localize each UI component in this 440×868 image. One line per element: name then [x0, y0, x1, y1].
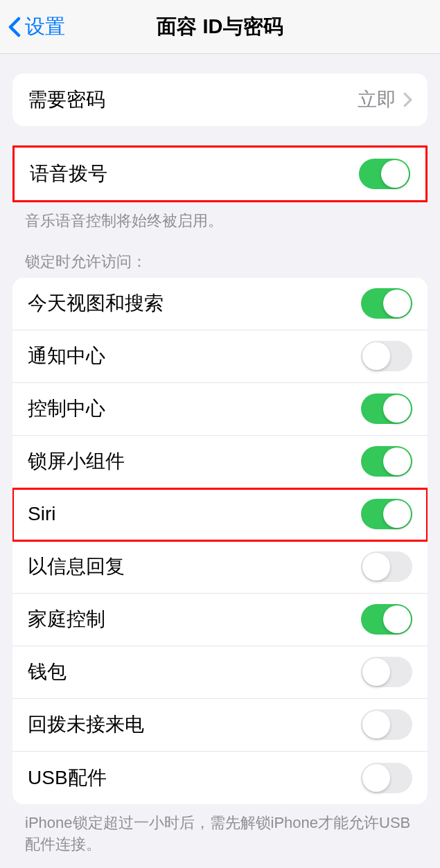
require-passcode-section: 需要密码 立即 [12, 73, 428, 126]
require-passcode-row[interactable]: 需要密码 立即 [12, 73, 428, 126]
toggle-knob [362, 764, 390, 792]
lock-item-row: USB配件 [12, 752, 428, 804]
toggle-knob [383, 605, 411, 633]
lock-item-row: 通知中心 [12, 330, 428, 383]
lock-section-footer: iPhone锁定超过一小时后，需先解锁iPhone才能允许USB配件连接。 [0, 804, 440, 856]
back-label: 设置 [25, 13, 65, 41]
back-button[interactable]: 设置 [0, 13, 65, 41]
lock-item-toggle[interactable] [361, 763, 412, 793]
lock-item-label: 控制中心 [28, 396, 105, 422]
lock-item-toggle[interactable] [361, 604, 412, 635]
lock-item-row: 回拨未接来电 [12, 699, 428, 752]
toggle-knob [362, 658, 390, 686]
page-title: 面容 ID与密码 [157, 13, 283, 41]
require-passcode-value: 立即 [358, 87, 396, 113]
lock-item-row: Siri [12, 488, 428, 541]
lock-item-label: 以信息回复 [28, 553, 125, 580]
toggle-knob [362, 711, 390, 738]
voice-dial-label: 语音拨号 [30, 161, 107, 187]
chevron-left-icon [8, 17, 21, 37]
lock-item-toggle[interactable] [361, 709, 412, 740]
navbar: 设置 面容 ID与密码 [0, 0, 440, 54]
lock-item-row: 锁屏小组件 [12, 436, 428, 488]
lock-item-row: 控制中心 [12, 383, 428, 436]
content: 需要密码 立即 语音拨号 音乐语音控制将始终被启用。 锁定时允许访问： 今天视图… [0, 73, 440, 855]
lock-item-row: 以信息回复 [12, 541, 428, 594]
toggle-knob [362, 553, 390, 581]
lock-item-row: 家庭控制 [12, 594, 428, 646]
toggle-knob [362, 342, 390, 370]
toggle-knob [381, 160, 409, 188]
toggle-knob [383, 500, 411, 528]
lock-item-label: 家庭控制 [28, 606, 105, 632]
voice-dial-section: 语音拨号 [12, 145, 428, 202]
lock-item-row: 今天视图和搜索 [12, 278, 428, 330]
lock-item-label: 钱包 [28, 659, 67, 685]
lock-item-label: 通知中心 [28, 343, 105, 369]
toggle-knob [383, 290, 411, 317]
lock-item-label: 今天视图和搜索 [28, 290, 164, 317]
lock-item-label: Siri [28, 503, 55, 525]
lock-item-label: USB配件 [28, 765, 107, 791]
lock-item-toggle[interactable] [361, 657, 412, 687]
lock-section-header: 锁定时允许访问： [0, 232, 440, 278]
lock-item-toggle[interactable] [361, 341, 412, 371]
voice-dial-row: 语音拨号 [15, 148, 425, 200]
lock-item-row: 钱包 [12, 646, 428, 699]
lock-item-label: 锁屏小组件 [28, 448, 125, 475]
toggle-knob [383, 448, 411, 475]
require-passcode-label: 需要密码 [28, 87, 105, 113]
chevron-right-icon [403, 92, 412, 107]
lock-item-toggle[interactable] [361, 288, 412, 319]
row-value-wrap: 立即 [358, 87, 412, 113]
toggle-knob [383, 395, 411, 423]
voice-dial-toggle[interactable] [359, 159, 410, 189]
lock-item-toggle[interactable] [361, 446, 412, 477]
lock-item-label: 回拨未接来电 [28, 711, 144, 738]
lock-item-toggle[interactable] [361, 499, 412, 529]
voice-dial-footer: 音乐语音控制将始终被启用。 [0, 202, 440, 232]
lock-item-toggle[interactable] [361, 551, 412, 582]
lock-item-toggle[interactable] [361, 393, 412, 424]
lock-access-section: 今天视图和搜索通知中心控制中心锁屏小组件Siri以信息回复家庭控制钱包回拨未接来… [12, 278, 428, 804]
